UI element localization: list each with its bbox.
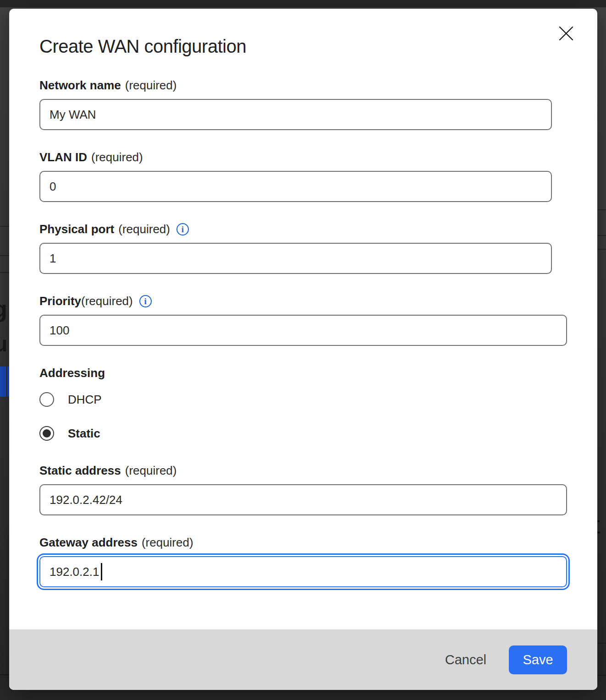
field-physical-port: Physical port (required) i	[39, 222, 567, 274]
required-hint: (required)	[125, 464, 177, 478]
background-clipped-button	[0, 366, 6, 397]
overlay-top-strip	[0, 0, 606, 7]
background-table-line	[597, 643, 606, 644]
background-table-line	[597, 675, 606, 676]
radio-button-static[interactable]	[39, 426, 54, 441]
field-network-name: Network name (required)	[39, 78, 567, 130]
background-table-line	[0, 226, 9, 227]
radio-label-static: Static	[68, 427, 100, 441]
background-clipped-text: u	[0, 334, 7, 355]
create-wan-configuration-dialog: Create WAN configuration Network name (r…	[9, 9, 597, 690]
static-address-input[interactable]	[39, 484, 567, 515]
text-cursor	[101, 563, 102, 580]
addressing-label: Addressing	[39, 366, 567, 380]
radio-option-static[interactable]: Static	[39, 426, 567, 441]
field-static-address: Static address (required)	[39, 464, 567, 515]
page-title: Create WAN configuration	[39, 35, 567, 57]
background-table-line	[597, 235, 606, 236]
background-table-line	[0, 674, 9, 675]
info-icon[interactable]: i	[176, 223, 189, 235]
field-vlan-id: VLAN ID (required)	[39, 150, 567, 202]
network-name-input[interactable]	[39, 99, 552, 130]
field-gateway-address: Gateway address (required)	[39, 536, 567, 587]
radio-option-dhcp[interactable]: DHCP	[39, 392, 567, 407]
required-hint: (required)	[91, 150, 143, 164]
network-name-label: Network name	[39, 78, 121, 93]
vlan-id-label: VLAN ID	[39, 150, 87, 164]
close-button[interactable]	[557, 24, 575, 43]
physical-port-label: Physical port	[39, 222, 114, 236]
gateway-address-input[interactable]	[39, 556, 567, 587]
required-hint: (required)	[142, 536, 193, 550]
required-hint: (required)	[81, 294, 133, 308]
dialog-footer: Cancel Save	[9, 629, 597, 690]
addressing-group: Addressing DHCP Static	[39, 366, 567, 441]
save-button[interactable]: Save	[509, 645, 567, 674]
field-priority: Priority (required) i	[39, 294, 567, 346]
gateway-address-label: Gateway address	[39, 536, 138, 550]
background-table-line	[597, 209, 606, 210]
radio-label-dhcp: DHCP	[68, 393, 102, 407]
cancel-button[interactable]: Cancel	[445, 652, 486, 667]
priority-label: Priority	[39, 294, 81, 308]
info-icon[interactable]: i	[139, 295, 152, 307]
radio-button-dhcp[interactable]	[39, 392, 54, 407]
background-table-line	[0, 255, 9, 256]
required-hint: (required)	[118, 222, 170, 236]
priority-input[interactable]	[39, 315, 567, 346]
required-hint: (required)	[125, 78, 177, 93]
close-icon	[558, 26, 574, 41]
background-table-line	[0, 272, 9, 273]
static-address-label: Static address	[39, 464, 121, 478]
background-clipped-text: g	[0, 297, 7, 321]
vlan-id-input[interactable]	[39, 171, 552, 202]
physical-port-input[interactable]	[39, 243, 552, 274]
background-table-line	[597, 249, 606, 250]
